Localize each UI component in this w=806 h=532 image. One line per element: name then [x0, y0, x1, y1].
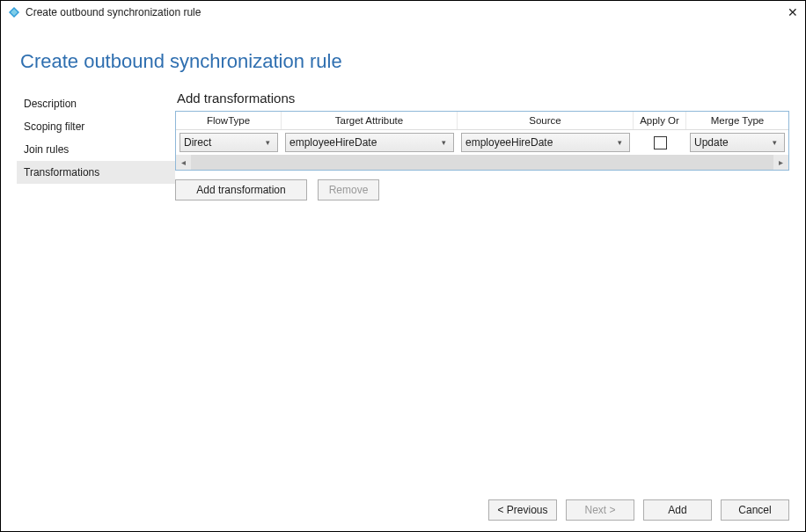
client-area: Create outbound synchronization rule Des… — [1, 24, 805, 531]
flowtype-value: Direct — [184, 136, 261, 149]
grid-toolbar: Add transformation Remove — [175, 179, 789, 200]
add-transformation-button[interactable]: Add transformation — [175, 179, 307, 200]
section-title: Add transformations — [177, 91, 789, 106]
next-button[interactable]: Next > — [566, 499, 634, 521]
nav-scoping-filter[interactable]: Scoping filter — [17, 115, 175, 138]
add-button[interactable]: Add — [643, 499, 712, 521]
scroll-track[interactable] — [191, 155, 773, 170]
target-attribute-value: employeeHireDate — [289, 136, 437, 149]
grid-header-row: FlowType Target Attribute Source Apply O… — [176, 112, 788, 130]
chevron-down-icon: ▾ — [613, 138, 626, 147]
nav-transformations[interactable]: Transformations — [17, 161, 175, 184]
window-title: Create outbound synchronization rule — [26, 6, 770, 18]
horizontal-scrollbar[interactable]: ◂ ▸ — [176, 155, 788, 170]
col-header-source[interactable]: Source — [458, 112, 634, 129]
wizard-footer: < Previous Next > Add Cancel — [488, 499, 789, 521]
nav-description[interactable]: Description — [17, 92, 175, 115]
chevron-down-icon: ▾ — [437, 138, 450, 147]
cancel-button[interactable]: Cancel — [721, 499, 789, 521]
title-bar: Create outbound synchronization rule ✕ — [1, 1, 805, 24]
nav-join-rules[interactable]: Join rules — [17, 138, 175, 161]
col-header-targetattribute[interactable]: Target Attribute — [282, 112, 458, 129]
flowtype-select[interactable]: Direct ▾ — [180, 133, 278, 152]
target-attribute-select[interactable]: employeeHireDate ▾ — [285, 133, 454, 152]
table-row: Direct ▾ employeeHireDate ▾ — [176, 130, 788, 155]
wizard-nav: Description Scoping filter Join rules Tr… — [17, 91, 175, 531]
app-icon — [8, 6, 20, 18]
transformations-grid: FlowType Target Attribute Source Apply O… — [175, 111, 789, 171]
page-title: Create outbound synchronization rule — [20, 50, 789, 73]
source-select[interactable]: employeeHireDate ▾ — [461, 133, 630, 152]
col-header-flowtype[interactable]: FlowType — [176, 112, 282, 129]
remove-button[interactable]: Remove — [318, 179, 379, 200]
merge-type-select[interactable]: Update ▾ — [690, 133, 785, 152]
source-value: employeeHireDate — [465, 136, 613, 149]
scroll-left-icon[interactable]: ◂ — [176, 155, 191, 170]
close-icon[interactable]: ✕ — [770, 5, 798, 19]
chevron-down-icon: ▾ — [261, 138, 274, 147]
chevron-down-icon: ▾ — [768, 138, 780, 147]
col-header-mergetype[interactable]: Merge Type — [686, 112, 788, 129]
merge-type-value: Update — [694, 136, 768, 149]
col-header-applyonce[interactable]: Apply Or — [634, 112, 686, 129]
apply-once-checkbox[interactable] — [654, 136, 667, 149]
previous-button[interactable]: < Previous — [488, 499, 557, 521]
dialog-window: Create outbound synchronization rule ✕ C… — [0, 0, 806, 532]
main-layout: Description Scoping filter Join rules Tr… — [17, 91, 789, 531]
scroll-right-icon[interactable]: ▸ — [773, 155, 788, 170]
content-pane: Add transformations FlowType Target Attr… — [175, 91, 789, 531]
